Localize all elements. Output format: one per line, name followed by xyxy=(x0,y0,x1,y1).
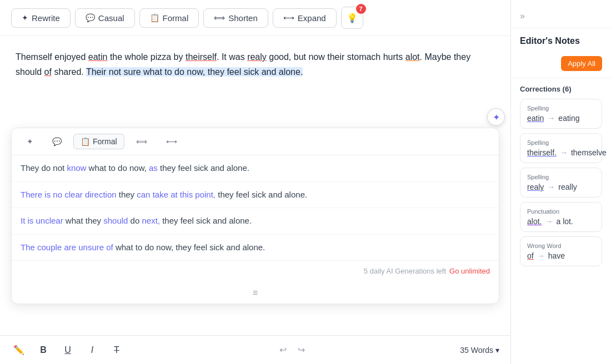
suggestion-item[interactable]: They do not know what to do now, as they… xyxy=(12,155,499,182)
correction-card[interactable]: Punctuation alot. → a lot. xyxy=(520,202,602,232)
magic-button[interactable]: 💡 7 xyxy=(341,7,363,29)
bold-button[interactable]: B xyxy=(36,342,51,358)
correction-type: Wrong Word xyxy=(527,242,595,249)
correction-text: theirself. → themselve xyxy=(527,148,595,157)
editor-area: ✦ Rewrite 💬 Casual 📋 Formal ⟺ Shorten ⟷ … xyxy=(0,0,511,364)
word-count[interactable]: 35 Words ▾ xyxy=(460,346,499,355)
suggestion-item[interactable]: It is unclear what they should do next, … xyxy=(12,208,499,235)
correction-arrow: → xyxy=(545,217,553,226)
expand-suggestion-icon: ⟷ xyxy=(166,137,177,146)
correction-old: alot. xyxy=(527,217,542,226)
wand-icon: ✦ xyxy=(27,137,33,146)
suggestion-highlight-4: can take at this point, xyxy=(137,190,216,199)
corrections-section: Corrections (6) Spelling eatin → eating … xyxy=(511,78,611,274)
editor-notes-section: Editor's Notes xyxy=(511,28,611,49)
suggestion-highlight-8: The couple are unsure of xyxy=(21,242,113,252)
corrections-header: Corrections (6) xyxy=(520,85,602,93)
suggestion-item[interactable]: The couple are unsure of what to do now,… xyxy=(12,235,499,261)
correction-arrow: → xyxy=(537,251,545,260)
redo-button[interactable]: ↪ xyxy=(294,342,308,357)
expand-button[interactable]: ⟷ Expand xyxy=(273,8,337,28)
editor-notes-title: Editor's Notes xyxy=(520,36,602,46)
history-tools: ↩ ↪ xyxy=(276,342,308,357)
right-panel: » Editor's Notes Apply All Corrections (… xyxy=(511,0,611,364)
editor-content[interactable]: Themself enjoyed eatin the whole pizza b… xyxy=(0,36,510,364)
apply-all-button[interactable]: Apply All xyxy=(561,56,602,71)
correction-type: Spelling xyxy=(527,105,595,112)
correction-new: really xyxy=(558,183,577,191)
notification-badge: 7 xyxy=(356,4,366,14)
editor-toolbar: ✦ Rewrite 💬 Casual 📋 Formal ⟺ Shorten ⟷ … xyxy=(0,0,510,36)
strikethrough-button[interactable]: T xyxy=(109,342,124,358)
casual-button[interactable]: 💬 Casual xyxy=(75,8,135,28)
suggestions-shorten-btn[interactable]: ⟺ xyxy=(129,134,154,149)
suggestions-chat-btn[interactable]: 💬 xyxy=(45,134,69,149)
correction-text: realy → really xyxy=(527,183,595,191)
error-realy: realy xyxy=(247,52,267,62)
notes-action-area: Apply All xyxy=(511,49,611,78)
correction-text: alot. → a lot. xyxy=(527,217,595,226)
magic-icon: 💡 xyxy=(347,13,358,23)
go-unlimited-link[interactable]: Go unlimited xyxy=(449,265,490,277)
formal-icon: 📋 xyxy=(150,13,159,22)
correction-new: eating xyxy=(558,114,579,123)
suggestions-panel: ✦ 💬 📋 Formal ⟺ ⟷ They do xyxy=(11,128,499,304)
format-tools: ✏️ B U I T xyxy=(11,342,124,358)
error-of: of xyxy=(44,67,52,77)
correction-arrow: → xyxy=(547,114,555,123)
shorten-icon: ⟺ xyxy=(214,13,225,22)
underline-button[interactable]: U xyxy=(60,342,76,358)
correction-old: of xyxy=(527,251,534,260)
correction-old: eatin xyxy=(527,114,544,123)
panel-expand-button[interactable]: » xyxy=(520,11,525,21)
undo-button[interactable]: ↩ xyxy=(276,342,290,357)
chat-icon: 💬 xyxy=(52,137,62,146)
correction-card[interactable]: Spelling theirself. → themselve xyxy=(520,133,602,163)
corrections-scroll-area[interactable]: Corrections (6) Spelling eatin → eating … xyxy=(511,78,611,364)
correction-text: eatin → eating xyxy=(527,114,595,123)
correction-card[interactable]: Spelling eatin → eating xyxy=(520,99,602,129)
ai-assist-button[interactable]: ✦ xyxy=(487,108,505,126)
chevron-down-icon: ▾ xyxy=(495,346,499,355)
expand-icon: ⟷ xyxy=(283,13,294,22)
formal-button[interactable]: 📋 Formal xyxy=(139,8,199,28)
correction-old: realy xyxy=(527,183,544,191)
suggestion-highlight: know xyxy=(67,163,86,173)
rewrite-button[interactable]: ✦ Rewrite xyxy=(11,8,71,28)
suggestion-highlight-3: There is no clear direction xyxy=(21,190,117,199)
highlighted-sentence: Their not sure what to do now, they feel… xyxy=(86,67,303,77)
casual-icon: 💬 xyxy=(86,13,95,22)
error-theirself: theirself xyxy=(186,52,217,62)
suggestion-highlight-2: as xyxy=(149,163,158,173)
italic-button[interactable]: I xyxy=(84,342,100,358)
bottom-bar: ✏️ B U I T ↩ ↪ 35 Words ▾ xyxy=(0,335,510,364)
suggestions-formal-btn[interactable]: 📋 Formal xyxy=(73,134,124,149)
drag-handle: ≡ xyxy=(12,282,499,304)
correction-new: have xyxy=(548,251,565,260)
suggestions-toolbar: ✦ 💬 📋 Formal ⟺ ⟷ xyxy=(12,128,499,155)
suggestions-expand-btn[interactable]: ⟷ xyxy=(159,134,184,149)
editor-text: Themself enjoyed eatin the whole pizza b… xyxy=(16,49,495,79)
suggestion-item[interactable]: There is no clear direction they can tak… xyxy=(12,182,499,209)
suggestion-highlight-7: next, xyxy=(142,216,160,225)
correction-arrow: → xyxy=(560,148,568,157)
error-eatin: eatin xyxy=(88,52,108,62)
formal-suggestion-icon: 📋 xyxy=(81,137,90,146)
correction-arrow: → xyxy=(547,183,555,191)
suggestions-list: They do not know what to do now, as they… xyxy=(12,155,499,260)
error-alot: alot xyxy=(405,52,420,62)
correction-type: Spelling xyxy=(527,174,595,180)
shorten-button[interactable]: ⟺ Shorten xyxy=(203,8,268,28)
correction-new: a lot. xyxy=(556,217,573,226)
rewrite-icon: ✦ xyxy=(22,13,28,22)
correction-type: Spelling xyxy=(527,139,595,146)
correction-card-wrong-word[interactable]: Wrong Word of → have xyxy=(520,236,602,266)
suggestion-highlight-5: It is unclear xyxy=(21,216,63,225)
suggestions-footer: 5 daily AI Generations left Go unlimited xyxy=(12,260,499,282)
shorten-suggestion-icon: ⟺ xyxy=(136,137,147,146)
correction-card[interactable]: Spelling realy → really xyxy=(520,168,602,198)
suggestion-highlight-6: should xyxy=(103,216,128,225)
suggestions-wand-btn[interactable]: ✦ xyxy=(19,134,41,149)
correction-old: theirself. xyxy=(527,148,557,157)
edit-icon-btn[interactable]: ✏️ xyxy=(11,342,27,358)
